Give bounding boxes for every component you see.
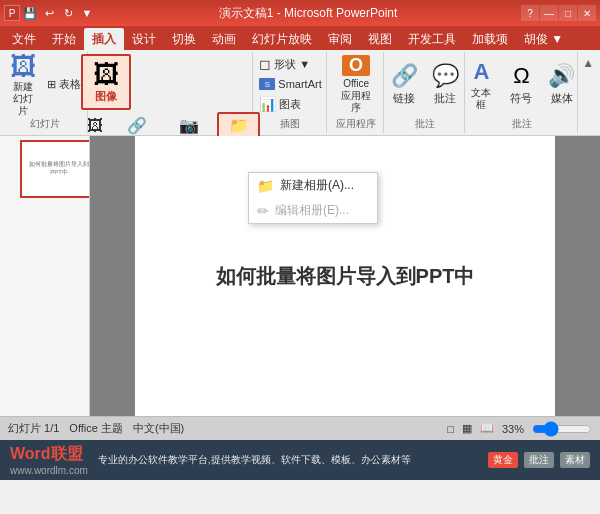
media-icon: 🔊 — [548, 63, 575, 89]
minimize-button[interactable]: — — [540, 5, 558, 21]
footer-url: www.wordlm.com — [10, 465, 88, 476]
tab-insert[interactable]: 插入 — [84, 28, 124, 50]
smartart-icon: S — [259, 78, 275, 90]
window-title: 演示文稿1 - Microsoft PowerPoint — [219, 5, 398, 22]
status-bar: 幻灯片 1/1 Office 主题 中文(中国) □ ▦ 📖 33% — [0, 416, 600, 440]
image-label: 图像 — [95, 89, 117, 104]
redo-button[interactable]: ↻ — [60, 5, 76, 21]
footer-description: 专业的办公软件教学平台,提供教学视频、软件下载、模板、办公素材等 — [98, 453, 411, 467]
title-bar: P 💾 ↩ ↻ ▼ 演示文稿1 - Microsoft PowerPoint ?… — [0, 0, 600, 26]
group-apps: O Office应用程序 应用程序 — [329, 52, 384, 133]
chart-icon: 📊 — [259, 96, 276, 112]
view-slide-button[interactable]: ▦ — [462, 422, 472, 435]
tab-animations[interactable]: 动画 — [204, 28, 244, 50]
office-apps-icon: O — [342, 55, 370, 76]
view-normal-button[interactable]: □ — [447, 423, 454, 435]
media-label: 媒体 — [551, 91, 573, 106]
images-top-row: 🖼 图像 — [81, 54, 260, 112]
tab-addins[interactable]: 加载项 — [464, 28, 516, 50]
footer-tag-3[interactable]: 素材 — [560, 452, 590, 468]
tab-transitions[interactable]: 切换 — [164, 28, 204, 50]
edit-album-icon: ✏ — [257, 203, 269, 219]
textbox-button[interactable]: A 文本框 — [463, 55, 499, 115]
tab-user[interactable]: 胡俊 ▼ — [516, 28, 571, 50]
symbol-button[interactable]: Ω 符号 — [503, 55, 539, 115]
tab-design[interactable]: 设计 — [124, 28, 164, 50]
shapes-icon: ◻ — [259, 56, 271, 72]
link-label: 链接 — [393, 91, 415, 106]
ribbon-collapse-button[interactable]: ▲ — [580, 54, 596, 72]
new-album-icon: 📁 — [257, 178, 274, 194]
view-reading-button[interactable]: 📖 — [480, 422, 494, 435]
new-slide-button[interactable]: 🖼 新建幻灯片 — [5, 55, 41, 115]
comment-label: 批注 — [434, 91, 456, 106]
symbol-icon: Ω — [513, 63, 529, 89]
dropdown-menu: 📁 新建相册(A)... ✏ 编辑相册(E)... — [248, 172, 378, 224]
group-text: A 文本框 Ω 符号 🔊 媒体 批注 — [467, 52, 578, 133]
textbox-icon: A — [473, 59, 489, 85]
group-text-content: A 文本框 Ω 符号 🔊 媒体 — [463, 54, 580, 115]
footer-logo: Word联盟 — [10, 444, 88, 465]
maximize-button[interactable]: □ — [559, 5, 577, 21]
group-slides-content: 🖼 新建幻灯片 ⊞ 表格 — [5, 54, 85, 115]
slide-text-1: 如何批量将 — [216, 265, 316, 287]
media-button[interactable]: 🔊 媒体 — [543, 55, 580, 115]
image-button[interactable]: 🖼 图像 — [81, 54, 131, 110]
slide-1-container: 1 如何批量将图片导入到PPT中 — [4, 140, 85, 198]
tab-review[interactable]: 审阅 — [320, 28, 360, 50]
table-icon: ⊞ — [47, 78, 56, 91]
group-slides: 🖼 新建幻灯片 ⊞ 表格 幻灯片 — [4, 52, 88, 133]
title-bar-left: P 💾 ↩ ↻ ▼ — [4, 5, 95, 21]
status-right: □ ▦ 📖 33% — [447, 422, 592, 435]
new-album-item[interactable]: 📁 新建相册(A)... — [249, 173, 377, 198]
tab-file[interactable]: 文件 — [4, 28, 44, 50]
clip-art-icon: 🔗 — [127, 116, 147, 135]
group-illustrations: ◻ 形状 ▼ S SmartArt 📊 图表 插图 — [255, 52, 327, 133]
zoom-level: 33% — [502, 423, 524, 435]
smartart-button[interactable]: S SmartArt — [255, 76, 325, 92]
group-illustrations-content: ◻ 形状 ▼ S SmartArt 📊 图表 — [255, 54, 325, 115]
footer-tag-2[interactable]: 批注 — [524, 452, 554, 468]
new-album-label: 新建相册(A)... — [280, 177, 354, 194]
tab-view[interactable]: 视图 — [360, 28, 400, 50]
office-apps-button[interactable]: O Office应用程序 — [335, 55, 377, 115]
footer-tag-1[interactable]: 黄金 — [488, 452, 518, 468]
footer-logo-area: Word联盟 www.wordlm.com — [10, 444, 88, 476]
chart-button[interactable]: 📊 图表 — [255, 94, 305, 114]
save-button[interactable]: 💾 — [22, 5, 38, 21]
shapes-button[interactable]: ◻ 形状 ▼ — [255, 54, 314, 74]
help-button[interactable]: ? — [521, 5, 539, 21]
quick-access-toolbar: 💾 ↩ ↻ ▼ — [22, 5, 95, 21]
slide-content: 如何批量将图片导入到PPT中 — [216, 263, 475, 290]
table-button[interactable]: ⊞ 表格 — [43, 75, 85, 94]
zoom-slider[interactable] — [532, 423, 592, 435]
theme-info: Office 主题 — [69, 421, 123, 436]
ribbon-tab-bar: 文件 开始 插入 设计 切换 动画 幻灯片放映 审阅 视图 开发工具 加载项 胡… — [0, 26, 600, 50]
image-icon: 🖼 — [93, 61, 119, 87]
slide-info: 幻灯片 1/1 — [8, 421, 59, 436]
link-button[interactable]: 🔗 链接 — [386, 55, 423, 115]
undo-button[interactable]: ↩ — [41, 5, 57, 21]
tab-slideshow[interactable]: 幻灯片放映 — [244, 28, 320, 50]
ribbon: 🖼 新建幻灯片 ⊞ 表格 幻灯片 🖼 图像 🖼 — [0, 50, 600, 136]
group-links-label: 批注 — [415, 115, 435, 131]
group-links: 🔗 链接 💬 批注 批注 — [386, 52, 465, 133]
window-controls: ? — □ ✕ — [521, 5, 596, 21]
group-slides-label: 幻灯片 — [30, 115, 60, 131]
slide-text-2: 图片导入到PPT中 — [316, 265, 475, 287]
group-images: 🖼 图像 🖼 图片 🔗 联机图片 📷 屏幕截图 📁 — [90, 52, 253, 133]
new-slide-icon: 🖼 — [10, 53, 36, 79]
comment-button[interactable]: 💬 批注 — [427, 55, 464, 115]
slide-thumbnail[interactable]: 如何批量将图片导入到PPT中 — [20, 140, 90, 198]
edit-album-label: 编辑相册(E)... — [275, 202, 349, 219]
tab-home[interactable]: 开始 — [44, 28, 84, 50]
group-text-label: 批注 — [512, 115, 532, 131]
app-icon: P — [4, 5, 20, 21]
symbol-label: 符号 — [510, 91, 532, 106]
screenshot-icon: 📷 — [179, 116, 199, 135]
more-button[interactable]: ▼ — [79, 5, 95, 21]
group-links-content: 🔗 链接 💬 批注 — [386, 54, 464, 115]
picture-icon: 🖼 — [87, 117, 103, 135]
close-button[interactable]: ✕ — [578, 5, 596, 21]
tab-developer[interactable]: 开发工具 — [400, 28, 464, 50]
